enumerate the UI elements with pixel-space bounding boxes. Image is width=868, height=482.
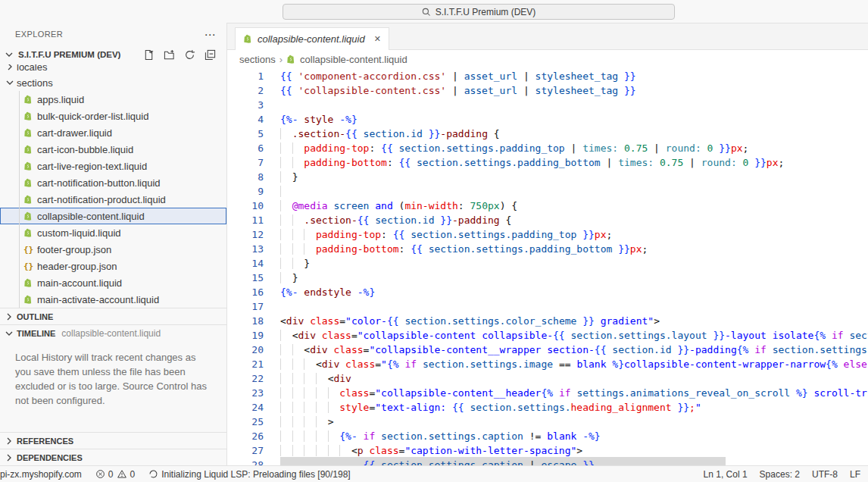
- tree-item-sections[interactable]: sections: [0, 74, 226, 91]
- code-line-3[interactable]: 3: [227, 98, 868, 112]
- line-number[interactable]: 8: [227, 170, 264, 184]
- code-line-15[interactable]: 15 }: [227, 271, 868, 285]
- code-line-28[interactable]: 28 {{ section.settings.caption | escape …: [227, 458, 868, 465]
- panel-outline[interactable]: OUTLINE: [0, 308, 226, 324]
- code-line-23[interactable]: 23 class="collapsible-content__header{% …: [227, 386, 868, 400]
- lsp-status[interactable]: Initializing Liquid LSP: Preloading file…: [148, 469, 351, 480]
- line-number[interactable]: 20: [227, 343, 264, 357]
- code-line-12[interactable]: 12 padding-top: {{ section.settings.padd…: [227, 227, 868, 242]
- code-line-2[interactable]: 2{{ 'collapsible-content.css' | asset_ur…: [227, 83, 868, 98]
- tree-item-label: main-account.liquid: [37, 277, 122, 289]
- chevron-right-icon: [3, 311, 15, 323]
- line-number[interactable]: 21: [227, 357, 264, 371]
- panel-references[interactable]: REFERENCES: [0, 432, 226, 449]
- code-line-6[interactable]: 6 padding-top: {{ section.settings.paddi…: [227, 141, 868, 155]
- line-number[interactable]: 27: [227, 443, 264, 458]
- tree-item-custom-liquid.liquid[interactable]: custom-liquid.liquid: [0, 224, 226, 241]
- code-line-21[interactable]: 21 <div class="{% if section.settings.im…: [227, 357, 868, 371]
- code-line-5[interactable]: 5 .section-{{ section.id }}-padding {: [227, 127, 868, 141]
- line-number[interactable]: 3: [227, 98, 264, 112]
- line-number[interactable]: 1: [227, 69, 264, 83]
- line-number[interactable]: 7: [227, 155, 264, 170]
- code-line-7[interactable]: 7 padding-bottom: {{ section.settings.pa…: [227, 155, 868, 170]
- refresh-icon[interactable]: [184, 49, 195, 61]
- tree-item-footer-group.json[interactable]: {}footer-group.json: [0, 241, 226, 258]
- cursor-position[interactable]: Ln 1, Col 1: [704, 469, 748, 480]
- line-number[interactable]: 15: [227, 271, 264, 285]
- line-number[interactable]: 10: [227, 199, 264, 213]
- new-file-icon[interactable]: [143, 49, 155, 61]
- eol-sequence[interactable]: LF: [850, 469, 860, 480]
- code-line-26[interactable]: 26 {%- if section.settings.caption != bl…: [227, 429, 868, 443]
- tree-item-cart-icon-bubble.liquid[interactable]: cart-icon-bubble.liquid: [0, 141, 226, 158]
- tab-collapsible-content[interactable]: collapsible-content.liquid ✕: [235, 27, 389, 50]
- code-line-24[interactable]: 24 style="text-align: {{ section.setting…: [227, 400, 868, 415]
- line-number[interactable]: 28: [227, 458, 264, 465]
- line-number[interactable]: 12: [227, 227, 264, 242]
- line-number[interactable]: 17: [227, 299, 264, 314]
- explorer-more-actions-icon[interactable]: ⋯: [205, 29, 216, 40]
- line-number[interactable]: 19: [227, 328, 264, 343]
- line-number[interactable]: 23: [227, 386, 264, 400]
- tree-item-main-activate-account.liquid[interactable]: main-activate-account.liquid: [0, 291, 226, 308]
- line-number[interactable]: 22: [227, 371, 264, 386]
- line-number[interactable]: 18: [227, 314, 264, 328]
- code-line-20[interactable]: 20 <div class="collapsible-content__wrap…: [227, 343, 868, 357]
- tree-item-cart-drawer.liquid[interactable]: cart-drawer.liquid: [0, 124, 226, 141]
- line-number[interactable]: 25: [227, 415, 264, 429]
- code-editor[interactable]: 1{{ 'component-accordion.css' | asset_ur…: [227, 68, 868, 465]
- code-line-11[interactable]: 11 .section-{{ section.id }}-padding {: [227, 213, 868, 227]
- code-line-19[interactable]: 19 <div class="collapsible-content colla…: [227, 328, 868, 343]
- tree-item-cart-live-region-text.liquid[interactable]: cart-live-region-text.liquid: [0, 158, 226, 174]
- problems-indicator[interactable]: 0 0: [95, 469, 135, 480]
- breadcrumb-folder[interactable]: sections: [239, 54, 276, 65]
- tree-item-collapsible-content.liquid[interactable]: collapsible-content.liquid: [0, 208, 226, 224]
- workspace-section-header[interactable]: S.I.T.F.U PREMIUM (DEV): [0, 45, 226, 64]
- code-line-22[interactable]: 22 <div: [227, 371, 868, 386]
- line-number[interactable]: 2: [227, 83, 264, 98]
- breadcrumb-file[interactable]: collapsible-content.liquid: [300, 54, 407, 65]
- tree-item-label: cart-notification-product.liquid: [37, 194, 166, 205]
- line-number[interactable]: 24: [227, 400, 264, 415]
- file-icon: [23, 94, 34, 105]
- encoding[interactable]: UTF-8: [812, 469, 838, 480]
- tree-item-header-group.json[interactable]: {}header-group.json: [0, 258, 226, 274]
- remote-host[interactable]: pi-zx.myshopify.com: [0, 469, 82, 480]
- code-line-27[interactable]: 27 <p class="caption-with-letter-spacing…: [227, 443, 868, 458]
- close-icon[interactable]: ✕: [374, 34, 381, 44]
- line-number[interactable]: 4: [227, 112, 264, 127]
- line-number[interactable]: 13: [227, 242, 264, 256]
- code-line-25[interactable]: 25 >: [227, 415, 868, 429]
- line-number[interactable]: 9: [227, 184, 264, 199]
- code-line-9[interactable]: 9: [227, 184, 868, 199]
- line-number[interactable]: 5: [227, 127, 264, 141]
- code-line-17[interactable]: 17: [227, 299, 868, 314]
- tree-item-main-account.liquid[interactable]: main-account.liquid: [0, 274, 226, 291]
- code-line-10[interactable]: 10 @media screen and (min-width: 750px) …: [227, 199, 868, 213]
- code-line-13[interactable]: 13 padding-bottom: {{ section.settings.p…: [227, 242, 868, 256]
- code-line-16[interactable]: 16{%- endstyle -%}: [227, 285, 868, 299]
- panel-dependencies[interactable]: DEPENDENCIES: [0, 449, 226, 465]
- line-number[interactable]: 6: [227, 141, 264, 155]
- line-number[interactable]: 16: [227, 285, 264, 299]
- code-text: {{ section.settings.caption | escape }}: [264, 458, 595, 465]
- tree-item-locales[interactable]: locales: [0, 64, 226, 74]
- code-line-8[interactable]: 8 }: [227, 170, 868, 184]
- code-line-18[interactable]: 18<div class="color-{{ section.settings.…: [227, 314, 868, 328]
- code-line-4[interactable]: 4{%- style -%}: [227, 112, 868, 127]
- code-line-1[interactable]: 1{{ 'component-accordion.css' | asset_ur…: [227, 69, 868, 83]
- line-number[interactable]: 11: [227, 213, 264, 227]
- line-number[interactable]: 26: [227, 429, 264, 443]
- tree-item-cart-notification-product.liquid[interactable]: cart-notification-product.liquid: [0, 191, 226, 208]
- indentation[interactable]: Spaces: 2: [760, 469, 800, 480]
- tree-item-cart-notification-button.liquid[interactable]: cart-notification-button.liquid: [0, 174, 226, 191]
- tree-item-label: cart-icon-bubble.liquid: [37, 144, 133, 155]
- tree-item-apps.liquid[interactable]: apps.liquid: [0, 91, 226, 108]
- tree-item-bulk-quick-order-list.liquid[interactable]: bulk-quick-order-list.liquid: [0, 108, 226, 124]
- collapse-all-icon[interactable]: [205, 49, 216, 61]
- code-line-14[interactable]: 14 }: [227, 256, 868, 271]
- new-folder-icon[interactable]: [164, 49, 175, 61]
- line-number[interactable]: 14: [227, 256, 264, 271]
- panel-timeline[interactable]: TIMELINE collapsible-content.liquid: [0, 324, 226, 341]
- command-center-search[interactable]: S.I.T.F.U Premium (DEV): [283, 4, 675, 20]
